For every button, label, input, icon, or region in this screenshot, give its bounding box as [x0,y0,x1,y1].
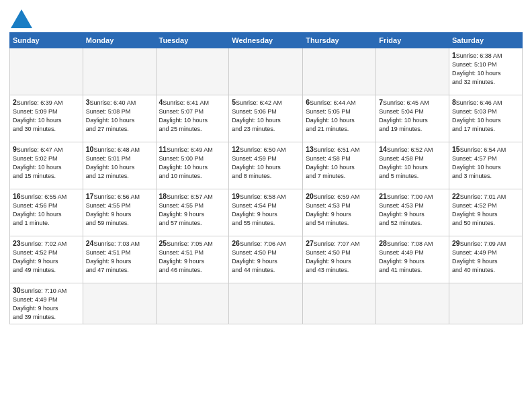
day-info: and 46 minutes. [159,267,202,273]
day-info: Sunset: 4:58 PM [306,155,351,162]
calendar-cell: 13Sunrise: 6:51 AMSunset: 4:58 PMDayligh… [303,142,376,189]
day-info: Sunset: 4:55 PM [86,202,131,209]
column-header-tuesday: Tuesday [156,33,229,48]
day-info: Daylight: 10 hours [86,117,135,124]
cell-content: 6Sunrise: 6:44 AMSunset: 5:05 PMDaylight… [306,97,373,134]
cell-content: 2Sunrise: 6:39 AMSunset: 5:09 PMDaylight… [13,97,80,134]
day-info: Sunrise: 6:45 AM [383,99,429,106]
day-info: Daylight: 9 hours [159,258,205,265]
day-info: Sunset: 4:52 PM [452,202,497,209]
day-number: 10 [86,145,94,153]
calendar-cell: 16Sunrise: 6:55 AMSunset: 4:56 PMDayligh… [10,189,83,236]
cell-content: 16Sunrise: 6:55 AMSunset: 4:56 PMDayligh… [13,191,80,228]
day-info: Sunrise: 7:05 AM [167,240,213,247]
day-info: Sunset: 5:08 PM [86,108,131,115]
day-info: Sunrise: 6:48 AM [93,146,140,153]
day-info: Daylight: 10 hours [232,117,281,124]
day-info: Sunset: 4:55 PM [159,202,204,209]
header-row: SundayMondayTuesdayWednesdayThursdayFrid… [10,33,523,48]
day-number: 28 [379,239,387,247]
day-info: Sunset: 4:49 PM [452,249,497,256]
calendar-cell: 14Sunrise: 6:52 AMSunset: 4:58 PMDayligh… [376,142,449,189]
day-info: and 30 minutes. [13,126,56,132]
cell-content: 3Sunrise: 6:40 AMSunset: 5:08 PMDaylight… [86,97,153,134]
day-info: and 15 minutes. [13,173,56,179]
day-info: Sunrise: 7:10 AM [21,287,67,294]
day-info: Daylight: 10 hours [13,164,62,171]
day-number: 25 [159,239,167,247]
day-info: Daylight: 9 hours [452,258,498,265]
calendar-cell: 5Sunrise: 6:42 AMSunset: 5:06 PMDaylight… [229,95,303,142]
column-header-monday: Monday [83,33,156,48]
day-info: Sunset: 5:09 PM [13,108,58,115]
day-info: Sunrise: 6:55 AM [21,193,67,200]
cell-content: 7Sunrise: 6:45 AMSunset: 5:04 PMDaylight… [379,97,446,134]
day-info: and 43 minutes. [306,267,349,273]
cell-content: 9Sunrise: 6:47 AMSunset: 5:02 PMDaylight… [13,144,80,181]
week-row-2: 2Sunrise: 6:39 AMSunset: 5:09 PMDaylight… [10,95,523,142]
cell-content: 24Sunrise: 7:03 AMSunset: 4:51 PMDayligh… [86,238,153,275]
calendar-cell: 10Sunrise: 6:48 AMSunset: 5:01 PMDayligh… [83,142,156,189]
day-number: 21 [379,192,387,200]
calendar-cell [449,283,523,324]
day-info: Sunset: 4:53 PM [306,202,351,209]
day-info: Sunrise: 6:54 AM [460,146,506,153]
calendar-cell [376,48,449,95]
day-info: Daylight: 9 hours [452,211,498,218]
day-info: Sunset: 4:51 PM [86,249,131,256]
day-info: Sunset: 5:05 PM [306,108,351,115]
column-header-thursday: Thursday [303,33,376,48]
calendar-cell [83,283,156,324]
calendar-cell: 6Sunrise: 6:44 AMSunset: 5:05 PMDaylight… [303,95,376,142]
cell-content: 25Sunrise: 7:05 AMSunset: 4:51 PMDayligh… [159,238,226,275]
day-info: and 10 minutes. [159,173,202,179]
calendar-cell: 29Sunrise: 7:09 AMSunset: 4:49 PMDayligh… [449,236,523,283]
day-info: and 49 minutes. [13,267,56,273]
day-info: Sunset: 4:58 PM [379,155,424,162]
day-info: Sunrise: 7:06 AM [240,240,286,247]
day-info: and 5 minutes. [379,173,418,179]
day-info: Daylight: 9 hours [86,258,132,265]
calendar-cell: 12Sunrise: 6:50 AMSunset: 4:59 PMDayligh… [229,142,303,189]
day-info: Sunset: 4:52 PM [13,249,58,256]
calendar-cell: 23Sunrise: 7:02 AMSunset: 4:52 PMDayligh… [10,236,83,283]
day-info: and 47 minutes. [86,267,129,273]
calendar-cell: 30Sunrise: 7:10 AMSunset: 4:49 PMDayligh… [10,283,83,324]
calendar-cell: 20Sunrise: 6:59 AMSunset: 4:53 PMDayligh… [303,189,376,236]
day-info: and 54 minutes. [306,220,349,226]
day-info: Sunrise: 6:56 AM [93,193,140,200]
day-number: 24 [86,239,94,247]
column-header-friday: Friday [376,33,449,48]
calendar-cell: 15Sunrise: 6:54 AMSunset: 4:57 PMDayligh… [449,142,523,189]
day-info: Daylight: 9 hours [306,211,351,218]
cell-content: 29Sunrise: 7:09 AMSunset: 4:49 PMDayligh… [452,238,519,275]
day-info: Daylight: 10 hours [306,117,355,124]
day-info: Daylight: 10 hours [379,164,428,171]
day-info: and 27 minutes. [86,126,129,132]
day-number: 12 [232,145,240,153]
calendar-cell [376,283,449,324]
calendar-cell [303,283,376,324]
cell-content: 13Sunrise: 6:51 AMSunset: 4:58 PMDayligh… [306,144,373,181]
day-info: Sunrise: 6:40 AM [90,99,136,106]
calendar-cell [156,283,229,324]
calendar-cell: 25Sunrise: 7:05 AMSunset: 4:51 PMDayligh… [156,236,229,283]
day-info: Sunrise: 7:00 AM [387,193,433,200]
day-info: Sunset: 4:50 PM [232,249,277,256]
day-info: Sunset: 4:49 PM [379,249,424,256]
day-info: Sunset: 5:03 PM [452,108,497,115]
calendar-cell: 26Sunrise: 7:06 AMSunset: 4:50 PMDayligh… [229,236,303,283]
day-info: and 44 minutes. [232,267,275,273]
day-info: Daylight: 9 hours [13,305,58,312]
day-info: Daylight: 10 hours [86,164,135,171]
svg-marker-0 [11,9,32,28]
column-header-sunday: Sunday [10,33,83,48]
column-header-wednesday: Wednesday [229,33,303,48]
day-info: Daylight: 10 hours [13,117,62,124]
day-info: and 23 minutes. [232,126,275,132]
day-info: Daylight: 9 hours [306,258,351,265]
day-info: Sunset: 4:59 PM [232,155,277,162]
day-number: 19 [232,192,240,200]
day-info: Sunrise: 6:41 AM [163,99,209,106]
day-number: 23 [13,239,21,247]
